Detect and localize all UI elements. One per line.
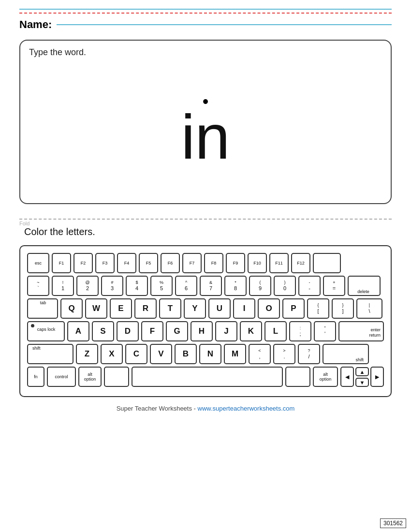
key-f[interactable]: F <box>141 321 163 341</box>
key-s[interactable]: S <box>92 321 114 341</box>
key-f5[interactable]: F5 <box>139 253 158 273</box>
key-backslash[interactable]: |\ <box>356 298 382 319</box>
key-f4[interactable]: F4 <box>117 253 136 273</box>
key-shift-right[interactable]: shift <box>323 344 369 364</box>
key-f7[interactable]: F7 <box>182 253 202 273</box>
key-m[interactable]: M <box>224 344 246 364</box>
footer-link[interactable]: www.superteacherworksheets.com <box>198 405 295 412</box>
key-2[interactable]: @2 <box>76 276 99 296</box>
kb-row-6: fn control alt option alt option ◀ ▲ ▼ ▶ <box>27 367 384 387</box>
key-tab[interactable]: tab <box>27 298 58 319</box>
key-4[interactable]: $4 <box>126 276 148 296</box>
key-f10[interactable]: F10 <box>248 253 267 273</box>
key-8[interactable]: *8 <box>224 276 247 296</box>
key-g[interactable]: G <box>166 321 188 341</box>
key-arrow-down[interactable]: ▼ <box>355 378 369 387</box>
kb-row-5: shift Z X C V B N M <, >. ?/ shift <box>27 344 384 364</box>
key-c[interactable]: C <box>125 344 147 364</box>
key-p[interactable]: P <box>282 298 305 319</box>
key-5[interactable]: %5 <box>150 276 173 296</box>
key-v[interactable]: V <box>150 344 172 364</box>
key-esc[interactable]: esc <box>27 253 49 273</box>
key-k[interactable]: K <box>240 321 262 341</box>
name-row: Name: <box>19 18 392 31</box>
key-z[interactable]: Z <box>76 344 98 364</box>
key-equals[interactable]: += <box>323 276 345 296</box>
footer-text: Super Teacher Worksheets - <box>117 405 198 412</box>
key-lbracket[interactable]: {[ <box>307 298 329 319</box>
key-q[interactable]: Q <box>60 298 83 319</box>
key-1[interactable]: !1 <box>52 276 74 296</box>
key-y[interactable]: Y <box>184 298 206 319</box>
footer: Super Teacher Worksheets - www.superteac… <box>19 405 392 412</box>
key-e[interactable]: E <box>110 298 132 319</box>
key-x[interactable]: X <box>101 344 123 364</box>
key-tilde[interactable]: ~` <box>27 276 49 296</box>
key-f2[interactable]: F2 <box>73 253 93 273</box>
key-f12[interactable]: F12 <box>291 253 310 273</box>
key-f3[interactable]: F3 <box>95 253 115 273</box>
key-quote[interactable]: "' <box>314 321 336 341</box>
key-u[interactable]: U <box>208 298 231 319</box>
key-l[interactable]: L <box>264 321 287 341</box>
key-f1[interactable]: F1 <box>52 253 71 273</box>
key-f11[interactable]: F11 <box>269 253 289 273</box>
name-label: Name: <box>19 18 52 31</box>
fold-area: Fold <box>19 219 392 220</box>
key-w[interactable]: W <box>85 298 107 319</box>
key-j[interactable]: J <box>215 321 237 341</box>
key-semicolon[interactable]: :; <box>289 321 311 341</box>
key-cmd-left[interactable] <box>104 367 129 387</box>
kb-row-2: ~` !1 @2 #3 $4 %5 ^6 &7 <box>27 276 384 296</box>
page-wrapper: Name: Type the word. • in Fold Color the… <box>0 0 411 532</box>
key-6[interactable]: ^6 <box>175 276 197 296</box>
key-comma[interactable]: <, <box>249 344 271 364</box>
key-t[interactable]: T <box>159 298 181 319</box>
key-o[interactable]: O <box>258 298 280 319</box>
arrow-keys: ◀ ▲ ▼ ▶ <box>340 367 384 387</box>
key-i[interactable]: I <box>233 298 255 319</box>
key-arrow-left[interactable]: ◀ <box>340 367 354 387</box>
word-box: Type the word. • in <box>19 40 392 204</box>
key-cmd-right[interactable] <box>285 367 310 387</box>
key-f9[interactable]: F9 <box>226 253 245 273</box>
section2-title: Color the letters. <box>24 226 392 237</box>
key-b[interactable]: B <box>175 344 197 364</box>
key-rbracket[interactable]: }] <box>332 298 354 319</box>
key-r[interactable]: R <box>134 298 157 319</box>
key-a[interactable]: A <box>67 321 89 341</box>
key-alt-right[interactable]: alt option <box>313 367 338 387</box>
key-capslock[interactable]: caps lock <box>27 321 65 341</box>
dashed-line <box>19 13 392 14</box>
key-alt-left[interactable]: alt option <box>78 367 102 387</box>
key-arrow-right[interactable]: ▶ <box>370 367 384 387</box>
key-delete[interactable]: delete <box>348 276 381 296</box>
word-text: in <box>181 105 230 168</box>
key-d[interactable]: D <box>117 321 139 341</box>
caps-dot <box>31 324 34 327</box>
key-period[interactable]: >. <box>273 344 295 364</box>
key-minus[interactable]: -- <box>298 276 321 296</box>
key-power[interactable] <box>313 253 341 273</box>
key-0[interactable]: )0 <box>274 276 296 296</box>
key-enter[interactable]: enter return <box>338 321 384 341</box>
fold-label: Fold <box>19 221 29 226</box>
key-n[interactable]: N <box>199 344 221 364</box>
key-h[interactable]: H <box>191 321 213 341</box>
word-display: • in <box>20 58 391 203</box>
key-fn[interactable]: fn <box>27 367 44 387</box>
arrow-up-down: ▲ ▼ <box>355 367 369 387</box>
key-space[interactable] <box>132 367 283 387</box>
key-f6[interactable]: F6 <box>161 253 180 273</box>
kb-row-4: caps lock A S D F G H J K L :; "' enter … <box>27 321 384 341</box>
name-underline[interactable] <box>57 24 392 25</box>
key-3[interactable]: #3 <box>101 276 123 296</box>
key-shift-left[interactable]: shift <box>27 344 73 364</box>
top-line <box>19 9 392 10</box>
key-slash[interactable]: ?/ <box>298 344 320 364</box>
key-7[interactable]: &7 <box>200 276 222 296</box>
key-arrow-up[interactable]: ▲ <box>355 367 369 376</box>
key-f8[interactable]: F8 <box>204 253 223 273</box>
key-control[interactable]: control <box>47 367 76 387</box>
key-9[interactable]: (9 <box>249 276 271 296</box>
